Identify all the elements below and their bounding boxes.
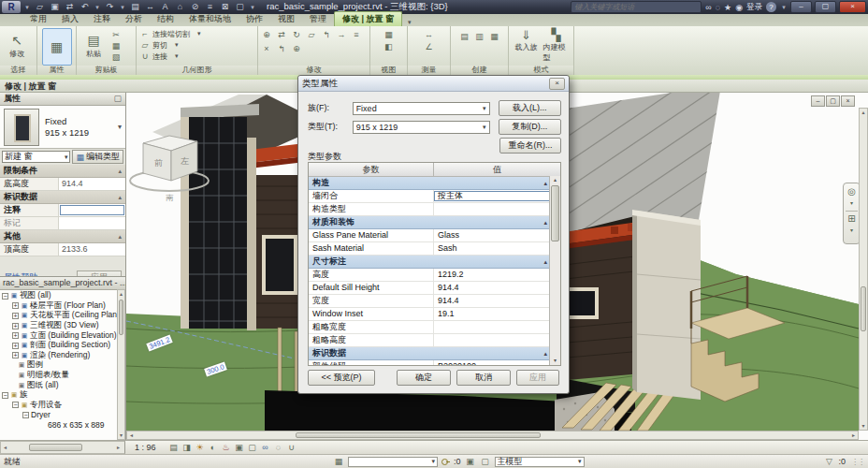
communication-center-icon[interactable]: ◌ [716,3,720,12]
temporary-hide-isolate-icon[interactable]: ∞ [259,443,272,452]
view-restore-icon[interactable]: ▢ [826,95,840,107]
panel-clipboard-label[interactable]: 剪贴板 [77,66,136,75]
view-tool-icon[interactable]: ▦ [383,30,395,40]
split-icon[interactable]: ↰ [276,44,287,54]
offset-icon[interactable]: ↰ [321,30,332,40]
help-icon[interactable]: ? [766,2,776,12]
param-row-construction-type[interactable]: 构造类型 [309,203,560,216]
browser-vscroll-thumb[interactable] [119,300,123,335]
scroll-left-icon[interactable]: ◂ [1,442,9,454]
edit-type-button[interactable]: ▦ 编辑类型 [72,150,123,164]
ok-button[interactable]: 确定 [397,370,451,386]
param-row-wall-closure[interactable]: 墙闭合按主体 [309,190,560,203]
scroll-down-icon[interactable]: ▾ [860,422,867,430]
mirror-icon[interactable]: ⇄ [276,30,287,40]
apply-button[interactable]: 应用 [516,370,559,386]
load-family-button[interactable]: ⇓ 载入族 [514,28,540,63]
viewcube[interactable]: 前 左 南 [126,115,216,203]
param-value[interactable] [434,203,560,215]
group-collapse-icon[interactable]: ▴ [118,191,125,203]
panel-select-label[interactable]: 选择 [0,66,36,75]
create-similar-icon[interactable]: ▤ [459,32,470,42]
hscroll-thumb[interactable] [296,432,541,438]
match-type-icon[interactable]: ▧ [110,52,122,63]
value-column-header[interactable]: 值 [434,163,560,176]
properties-palette-header[interactable]: 属性 ▢ [0,93,125,106]
expander-icon[interactable]: + [12,352,19,358]
expander-icon[interactable]: + [12,323,19,329]
tab-manage[interactable]: 管理 [302,12,334,26]
dialog-close-icon[interactable]: × [549,78,565,90]
properties-button[interactable]: ▦ [42,28,72,66]
dimension-tool-icon[interactable]: ∠ [424,42,435,52]
browser-hscroll-thumb[interactable] [29,444,82,451]
resize-grip[interactable]: ⋮⋮ [851,458,864,466]
param-column-header[interactable]: 参数 [309,163,434,176]
prop-row-sill-height[interactable]: 底高度 914.4 [0,178,125,191]
tab-collaborate[interactable]: 协作 [239,12,270,26]
trim-icon[interactable]: ≡ [351,30,362,40]
hide-tool-icon[interactable]: ◧ [383,42,395,52]
group-row-materials[interactable]: 材质和装饰▴ [309,216,560,229]
array-icon[interactable]: ▱ [306,30,317,40]
expander-icon[interactable]: − [22,412,29,418]
param-row-height[interactable]: 高度1219.2 [309,269,560,282]
sun-path-ic on[interactable]: ☀ [194,443,207,452]
table-vscroll-thumb[interactable] [551,185,559,241]
favorites-icon[interactable]: ★ [724,3,731,12]
cancel-button[interactable]: 取消 [456,370,511,386]
tree-item-specialty-equipment[interactable]: −▣专用设备 [2,401,125,411]
tab-view[interactable]: 视图 [270,12,302,26]
param-value[interactable]: Glass [434,229,560,241]
param-value[interactable]: 1219.2 [434,269,560,281]
expander-icon[interactable]: − [2,293,8,300]
crop-view-icon[interactable]: ▣ [233,443,246,452]
type-selector-arrow-icon[interactable]: ▾ [118,123,122,131]
unlock-3d-view-icon[interactable]: ∪ [285,443,298,452]
scroll-down-icon[interactable]: ▾ [118,431,124,439]
param-value[interactable]: 914.4 [434,282,560,294]
visual-style-icon[interactable]: ◨ [181,443,194,452]
workset-select[interactable]: ▾ [348,457,438,467]
panel-geometry-label[interactable]: 几何图形 [137,66,257,75]
pin-icon[interactable]: ⊕ [291,44,302,54]
tab-modify-place-window[interactable]: 修改 | 放置 窗 [334,11,402,26]
expander-icon[interactable]: + [12,302,19,309]
param-row-rough-height[interactable]: 粗略高度 [309,334,560,347]
param-row-width[interactable]: 宽度914.4 [309,295,560,308]
family-combo[interactable]: Fixed ▾ [353,102,490,115]
steering-arrow-icon[interactable]: ▾ [850,198,853,209]
move-icon[interactable]: ⊕ [261,30,272,40]
scroll-down-icon[interactable]: ▾ [550,357,560,365]
type-preview[interactable]: Fixed 915 x 1219 ▾ [0,106,125,149]
editing-requests-icon[interactable] [441,458,450,466]
prop-group-other[interactable]: 其他 ▴ [0,230,125,243]
view-close-icon[interactable]: × [841,95,855,107]
scroll-left-icon[interactable]: ◂ [127,431,136,440]
param-row-glass-material[interactable]: Glass Pane MaterialGlass [309,229,560,242]
reveal-hidden-elements-icon[interactable]: ◌ [272,443,285,452]
param-value[interactable] [434,334,560,346]
panel-view-label[interactable]: 视图 [370,66,407,75]
detail-level-icon[interactable]: ▤ [167,443,181,452]
scroll-up-icon[interactable]: ▴ [118,290,124,298]
preview-button[interactable]: << 预览(P) [308,370,375,386]
param-row-window-inset[interactable]: Window Inset19.1 [309,308,560,321]
group-row-dimensions[interactable]: 尺寸标注▴ [309,256,560,269]
canvas-vscrollbar[interactable]: ▴ ▾ [859,108,868,431]
expander-icon[interactable]: + [12,343,19,349]
vscroll-thumb[interactable] [861,286,866,331]
scroll-up-icon[interactable]: ▴ [860,109,867,116]
design-options-icon[interactable]: ▣ [465,457,476,466]
new-window-combo[interactable]: 新建 窗 ▾ [2,151,70,163]
cut-geometry-button[interactable]: ▱ 剪切 ▾ [139,39,254,51]
param-value[interactable]: B2020100 [434,360,560,366]
ribbon-state-arrow-icon[interactable]: ▾ [408,19,412,26]
prop-group-constraints[interactable]: 限制条件 ▴ [0,165,125,178]
duplicate-button[interactable]: 复制(D)... [499,119,561,135]
shadows-icon[interactable]: ◐ [207,443,220,452]
tree-item-dryer-type[interactable]: 686 x 635 x 889 [2,420,125,430]
rotate-icon[interactable]: ↻ [291,30,302,40]
paste-button[interactable]: ▤ 粘贴 [80,28,108,64]
type-combo[interactable]: 915 x 1219 ▾ [353,121,490,134]
